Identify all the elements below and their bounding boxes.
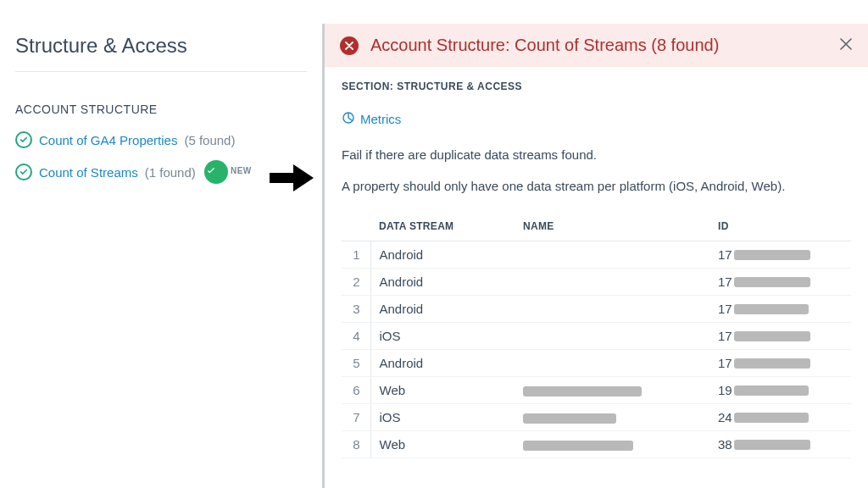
redacted-text [734, 250, 810, 260]
cell-name [515, 431, 709, 458]
table-row: 6Web19 [342, 377, 851, 404]
id-prefix: 38 [718, 437, 732, 452]
col-header-id: ID [709, 214, 851, 241]
col-header-data-stream: DATA STREAM [370, 214, 515, 241]
table-row: 2Android17 [342, 269, 851, 296]
streams-table: DATA STREAM NAME ID 1Android172Android17… [342, 214, 851, 458]
cell-data-stream: Android [370, 241, 515, 269]
col-header-index [342, 214, 370, 241]
sidebar-item-label: Count of Streams [39, 165, 138, 180]
table-row: 5Android17 [342, 350, 851, 377]
row-index: 3 [342, 296, 370, 323]
table-row: 1Android17 [342, 241, 851, 269]
redacted-text [523, 441, 633, 451]
sidebar-item-ga4-properties[interactable]: Count of GA4 Properties (5 found) [15, 131, 307, 148]
sidebar-item-count-of-streams[interactable]: Count of Streams (1 found) NEW [15, 160, 307, 184]
cell-name [515, 241, 709, 269]
cell-data-stream: Android [370, 296, 515, 323]
cell-name [515, 377, 709, 404]
cell-name [515, 269, 709, 296]
metrics-icon [342, 111, 355, 127]
cell-name [515, 350, 709, 377]
cell-id: 17 [709, 296, 851, 323]
id-prefix: 17 [718, 302, 732, 316]
cell-data-stream: Android [370, 269, 515, 296]
new-badge: NEW [204, 160, 228, 184]
row-index: 4 [342, 323, 370, 350]
id-prefix: 17 [718, 329, 732, 343]
description: Fail if there are duplicate data streams… [342, 146, 851, 195]
cell-data-stream: iOS [370, 323, 515, 350]
cell-name [515, 404, 709, 431]
alert-banner: Account Structure: Count of Streams (8 f… [325, 24, 868, 67]
sidebar-item-count: (1 found) [145, 165, 196, 180]
redacted-text [523, 386, 642, 396]
id-prefix: 17 [718, 274, 732, 289]
sidebar-item-label: Count of GA4 Properties [39, 133, 177, 147]
arrow-icon [270, 163, 314, 193]
redacted-text [734, 358, 810, 369]
table-row: 7iOS24 [342, 404, 851, 431]
cell-id: 19 [709, 377, 851, 404]
error-icon [340, 36, 359, 55]
id-prefix: 24 [718, 410, 732, 424]
table-row: 3Android17 [342, 296, 851, 323]
cell-name [515, 323, 709, 350]
cell-name [515, 296, 709, 323]
close-icon[interactable] [839, 37, 853, 54]
cell-data-stream: Web [370, 377, 515, 404]
redacted-text [734, 440, 810, 450]
cell-id: 17 [709, 241, 851, 269]
redacted-text [734, 277, 810, 287]
sidebar-item-count: (5 found) [184, 133, 235, 147]
cell-id: 24 [709, 404, 851, 431]
id-prefix: 19 [718, 383, 732, 397]
row-index: 8 [342, 431, 370, 458]
check-circle-icon [15, 164, 32, 180]
redacted-text [734, 331, 810, 341]
redacted-text [734, 304, 809, 314]
row-index: 7 [342, 404, 370, 431]
row-index: 6 [342, 377, 370, 404]
metrics-label: Metrics [360, 112, 401, 126]
section-label: SECTION: STRUCTURE & ACCESS [342, 80, 851, 92]
cell-data-stream: Android [370, 350, 515, 377]
row-index: 1 [342, 241, 370, 269]
col-header-name: NAME [515, 214, 709, 241]
main-panel: Account Structure: Count of Streams (8 f… [322, 24, 868, 488]
redacted-text [734, 413, 809, 423]
cell-id: 38 [709, 431, 851, 458]
redacted-text [523, 413, 616, 424]
id-prefix: 17 [718, 356, 732, 370]
cell-id: 17 [709, 350, 851, 377]
cell-id: 17 [709, 323, 851, 350]
page-title: Structure & Access [15, 34, 307, 72]
id-prefix: 17 [718, 247, 732, 262]
redacted-text [734, 385, 809, 396]
cell-data-stream: iOS [370, 404, 515, 431]
table-row: 8Web38 [342, 431, 851, 458]
check-circle-icon [15, 131, 32, 148]
sidebar: Structure & Access ACCOUNT STRUCTURE Cou… [0, 0, 322, 488]
table-row: 4iOS17 [342, 323, 851, 350]
row-index: 2 [342, 269, 370, 296]
cell-id: 17 [709, 269, 851, 296]
section-heading: ACCOUNT STRUCTURE [15, 103, 307, 116]
metrics-link[interactable]: Metrics [342, 111, 851, 127]
row-index: 5 [342, 350, 370, 377]
cell-data-stream: Web [370, 431, 515, 458]
alert-title: Account Structure: Count of Streams (8 f… [370, 36, 827, 55]
